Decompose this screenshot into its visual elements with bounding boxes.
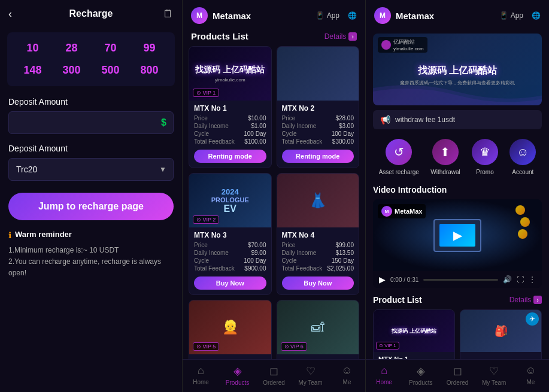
recharge-panel: ‹ Recharge 🗒 10 28 70 99 148 300 500 800…	[0, 0, 183, 392]
home-scroll-area[interactable]: 亿码酷站 yimakulie.com 找源码 上亿码酷站 魔兽西系源码一站式下导…	[366, 29, 549, 392]
phone-icon: 📱	[316, 11, 324, 20]
income-key-4: Daily Income	[282, 250, 317, 256]
pl-card-img-1: 找源码 上亿码酷站 ⊙ VIP 1	[374, 310, 454, 352]
video-screen: ▶	[439, 224, 475, 247]
nav-home-p3[interactable]: ⌂ Home	[366, 364, 402, 386]
home-logo: M Metamax	[374, 7, 434, 24]
products-icon-p2: ◈	[233, 364, 242, 378]
video-progress-bar[interactable]	[423, 279, 498, 281]
me-icon-p3: ☺	[525, 364, 536, 377]
products-section-header: Products List Details ›	[183, 29, 365, 46]
income-key-1: Daily Income	[194, 123, 229, 129]
ordered-label-p3: Ordered	[447, 379, 469, 386]
product-image-2	[277, 47, 359, 101]
asset-recharge-action[interactable]: ↺ Asset recharge	[379, 139, 419, 175]
account-action[interactable]: ☺ Account	[509, 139, 536, 175]
amount-148[interactable]: 148	[23, 64, 41, 77]
products-header: M Metamax 📱 App 🌐	[183, 0, 365, 29]
amounts-grid: 10 28 70 99 148 300 500 800	[7, 32, 175, 86]
app-label: App	[327, 11, 339, 20]
more-icon[interactable]: ⋮	[529, 275, 536, 284]
product-btn-2[interactable]: Renting mode	[282, 150, 354, 163]
nav-ordered-p3[interactable]: ◻ Ordered	[439, 364, 475, 386]
pl-details-button[interactable]: Details ›	[509, 296, 542, 304]
nav-home-p2[interactable]: ⌂ Home	[183, 364, 219, 386]
history-icon[interactable]: 🗒	[163, 8, 174, 20]
amount-300[interactable]: 300	[62, 64, 80, 77]
promo-action[interactable]: ♛ Promo	[472, 139, 498, 175]
products-scroll-area[interactable]: 找源码 上亿码酷站 yimakulie.com ⊙ VIP 1 MTX No 1…	[183, 46, 365, 392]
warning-icon: ℹ	[8, 230, 11, 240]
nav-me-p2[interactable]: ☺ Me	[329, 364, 365, 386]
home-globe-icon: 🌐	[532, 11, 541, 20]
nav-products-p2[interactable]: ◈ Products	[219, 364, 256, 386]
home-globe-button[interactable]: 🌐	[532, 11, 541, 20]
amount-28[interactable]: 28	[65, 42, 77, 54]
details-button[interactable]: Details ›	[324, 32, 357, 41]
quick-actions: ↺ Asset recharge ⬆ Withdrawal ♛ Promo ☺ …	[366, 134, 549, 183]
team-icon-p3: ♡	[489, 364, 499, 378]
speaker-icon: 📢	[380, 115, 390, 124]
withdraw-fee-bar: 📢 withdraw fee 1usdt	[373, 110, 542, 129]
home-label-p2: Home	[193, 379, 209, 385]
jump-to-recharge-button[interactable]: Jump to recharge page	[8, 193, 174, 220]
amount-99[interactable]: 99	[143, 42, 155, 54]
amount-10[interactable]: 10	[26, 42, 38, 54]
product-btn-3[interactable]: Buy Now	[194, 276, 266, 290]
product-1-cn-sub: yimakulie.com	[215, 77, 245, 83]
nav-team-p3[interactable]: ♡ My Team	[476, 364, 512, 386]
withdraw-fee-text: withdraw fee 1usdt	[395, 116, 455, 124]
feedback-key-4: Total Feedback	[282, 265, 323, 272]
amount-800[interactable]: 800	[140, 64, 158, 77]
deposit-amount-label: Deposit Amount	[8, 97, 174, 107]
fullscreen-icon[interactable]: ⛶	[517, 275, 524, 284]
income-val-2: $3.00	[339, 123, 354, 129]
pl-card-cn-text: 找源码 上亿码酷站	[392, 327, 436, 335]
video-time: 0:00 / 0:31	[390, 276, 418, 283]
amounts-row-1: 10 28 70 99	[13, 42, 169, 54]
nav-team-p2[interactable]: ♡ My Team	[292, 364, 329, 386]
warm-text-lines: 1.Minimum recharge is:~ 10 USDT 2.You ca…	[8, 245, 174, 279]
nav-me-p3[interactable]: ☺ Me	[512, 364, 549, 386]
income-val-4: $13.50	[335, 250, 354, 256]
globe-button[interactable]: 🌐	[348, 11, 357, 20]
nav-products-p3[interactable]: ◈ Products	[402, 364, 439, 386]
deposit-type-select[interactable]: Trc20 Erc20 Bep20	[8, 158, 174, 181]
pl-header: Product List Details ›	[373, 295, 542, 305]
product-image-3: 2024 PROLOGUE EV ⊙ VIP 2	[189, 174, 271, 227]
account-icon: ☺	[509, 139, 536, 165]
amount-500[interactable]: 500	[101, 64, 119, 77]
product-btn-1[interactable]: Renting mode	[194, 150, 266, 163]
ordered-icon-p3: ◻	[453, 364, 462, 378]
home-icon-p2: ⌂	[198, 364, 204, 377]
product-info-4: MTX No 4 Price$99.00 Daily Income$13.50 …	[277, 227, 359, 294]
withdrawal-label: Withdrawal	[430, 169, 460, 175]
withdrawal-action[interactable]: ⬆ Withdrawal	[430, 139, 460, 175]
back-button[interactable]: ‹	[8, 8, 12, 20]
home-label-p3: Home	[376, 379, 392, 385]
home-app-button[interactable]: 📱 App	[499, 11, 523, 20]
product-name-4: MTX No 4	[282, 231, 354, 239]
cycle-val-3: 100 Day	[244, 257, 266, 264]
products-list-title: Products List	[191, 31, 248, 41]
price-val-4: $99.00	[335, 242, 354, 248]
telegram-icon: ✈	[526, 312, 539, 326]
product-info-2: MTX No 2 Price$28.00 Daily Income$3.00 C…	[277, 101, 359, 168]
metamax-logo: M Metamax	[191, 7, 251, 24]
banner-main-text: 找源码 上亿码酷站	[418, 65, 497, 77]
volume-icon[interactable]: 🔊	[503, 275, 512, 284]
deposit-amount-input[interactable]	[8, 111, 174, 134]
home-banner: 亿码酷站 yimakulie.com 找源码 上亿码酷站 魔兽西系源码一站式下导…	[373, 34, 542, 105]
vip-badge-5: ⊙ VIP 5	[193, 342, 219, 351]
product-btn-4[interactable]: Buy Now	[282, 276, 354, 290]
vip-badge-3: ⊙ VIP 2	[193, 215, 219, 224]
home-icon-p3: ⌂	[381, 364, 387, 377]
nav-ordered-p2[interactable]: ◻ Ordered	[256, 364, 292, 386]
pl-vip-1: ⊙ VIP 1	[376, 342, 399, 350]
play-button[interactable]: ▶	[379, 275, 386, 284]
asset-recharge-icon: ↺	[386, 139, 412, 165]
amount-70[interactable]: 70	[104, 42, 116, 54]
app-button[interactable]: 📱 App	[316, 11, 339, 20]
video-title: Video Introduction	[373, 185, 542, 195]
video-player[interactable]: M MetaMax ▶ ▶ 0:00 / 0:31	[373, 199, 542, 288]
